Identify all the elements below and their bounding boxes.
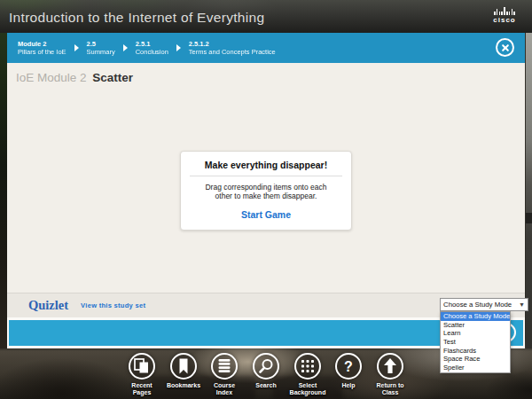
study-mode-option[interactable]: Choose a Study Mode bbox=[441, 312, 510, 321]
game-card-title: Make everything disappear! bbox=[181, 160, 351, 170]
breadcrumb-item-section[interactable]: 2.5 Summary bbox=[87, 40, 115, 56]
breadcrumb-label: Terms and Concepts Practice bbox=[189, 48, 276, 56]
game-card-instructions: Drag corresponding items onto each other… bbox=[181, 183, 351, 200]
study-mode-option[interactable]: Space Race bbox=[441, 355, 510, 364]
study-mode-selected-value: Choose a Study Mode bbox=[443, 301, 512, 309]
course-index-icon bbox=[211, 353, 238, 379]
study-mode-option-list: Choose a Study Mode Scatter Learn Test F… bbox=[440, 311, 511, 373]
page-title-activity: Scatter bbox=[92, 71, 133, 84]
page-title: IoE Module 2 Scatter bbox=[16, 71, 133, 84]
study-mode-select[interactable]: Choose a Study Mode ▼ bbox=[440, 298, 528, 311]
course-title: Introduction to the Internet of Everythi… bbox=[9, 0, 264, 35]
study-mode-option[interactable]: Learn bbox=[441, 329, 510, 338]
breadcrumb-item-topic[interactable]: 2.5.1 Conclusion bbox=[136, 40, 168, 56]
recent-pages-icon bbox=[129, 353, 155, 379]
breadcrumb-code: 2.5.1.2 bbox=[189, 40, 276, 48]
toolbar-return-to-class-button[interactable]: Return toClass bbox=[359, 353, 421, 396]
background-photo-left-strip bbox=[0, 33, 7, 348]
breadcrumb-label: Summary bbox=[87, 48, 115, 56]
breadcrumb-arrow-icon bbox=[123, 44, 128, 51]
title-bar: Introduction to the Internet of Everythi… bbox=[0, 0, 532, 33]
cisco-bars-icon bbox=[486, 6, 523, 15]
start-game-link[interactable]: Start Game bbox=[181, 209, 351, 220]
return-to-class-icon bbox=[377, 353, 403, 379]
view-study-set-link[interactable]: View this study set bbox=[81, 301, 145, 309]
breadcrumb-code: 2.5 bbox=[87, 40, 115, 48]
quizlet-game-card: Make everything disappear! Drag correspo… bbox=[180, 151, 352, 231]
study-mode-option[interactable]: Test bbox=[441, 338, 510, 347]
chevron-down-icon: ▼ bbox=[519, 301, 525, 308]
page-title-module: IoE Module 2 bbox=[16, 71, 87, 84]
quizlet-logo[interactable]: Quizlet bbox=[28, 298, 68, 313]
breadcrumb-label: Pillars of the IoE bbox=[18, 48, 66, 56]
breadcrumb-arrow-icon bbox=[176, 44, 181, 51]
help-icon: ? bbox=[335, 353, 362, 379]
instructions-line-1: Drag corresponding items onto each bbox=[181, 183, 351, 192]
content-area: IoE Module 2 Scatter Make everything dis… bbox=[7, 63, 525, 293]
instructions-line-2: other to make them disappear. bbox=[181, 192, 351, 200]
cisco-wordmark: cisco bbox=[486, 16, 523, 24]
divider bbox=[190, 176, 342, 176]
breadcrumb-arrow-icon bbox=[74, 44, 79, 51]
screen: Introduction to the Internet of Everythi… bbox=[0, 0, 532, 399]
study-mode-option[interactable]: Flashcards bbox=[441, 347, 510, 356]
breadcrumb-label: Conclusion bbox=[136, 48, 168, 56]
toolbar-label: Return toClass bbox=[359, 382, 421, 396]
study-mode-option[interactable]: Scatter bbox=[441, 321, 510, 330]
breadcrumb-code: Module 2 bbox=[18, 40, 66, 48]
svg-text:?: ? bbox=[344, 359, 353, 374]
search-icon bbox=[253, 353, 279, 379]
breadcrumb-item-module[interactable]: Module 2 Pillars of the IoE bbox=[18, 40, 66, 56]
breadcrumb-code: 2.5.1 bbox=[136, 40, 168, 48]
background-photo-detail bbox=[526, 213, 532, 223]
breadcrumb: Module 2 Pillars of the IoE 2.5 Summary … bbox=[7, 33, 525, 63]
close-icon[interactable] bbox=[496, 38, 514, 57]
study-mode-option[interactable]: Speller bbox=[441, 364, 510, 372]
cisco-logo: cisco bbox=[486, 6, 523, 24]
breadcrumb-item-page[interactable]: 2.5.1.2 Terms and Concepts Practice bbox=[189, 40, 276, 56]
